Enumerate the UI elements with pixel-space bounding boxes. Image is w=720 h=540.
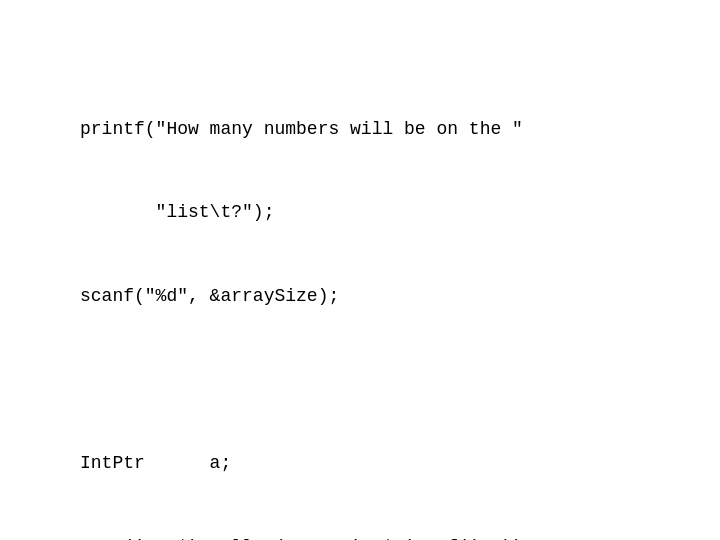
code-display: printf("How many numbers will be on the … (0, 0, 614, 540)
code-line-2: "list\t?"); (80, 199, 534, 227)
blank-line-1 (80, 367, 534, 395)
code-line-6: a = (int *) malloc(arraySize*sizeof(int)… (80, 534, 534, 540)
code-line-5: IntPtr a; (80, 450, 534, 478)
code-line-3: scanf("%d", &arraySize); (80, 283, 534, 311)
code-line-1: printf("How many numbers will be on the … (80, 116, 534, 144)
